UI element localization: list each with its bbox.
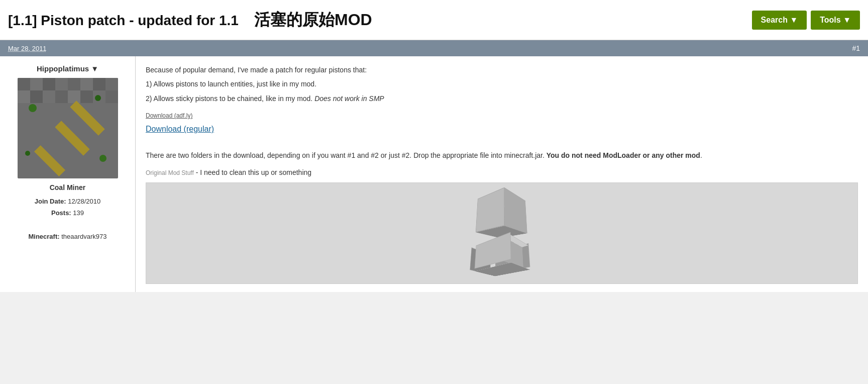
cube-container xyxy=(464,183,539,283)
download-small-link[interactable]: Download (adf.ly) xyxy=(146,111,192,121)
title-chinese: 活塞的原始MOD xyxy=(254,11,372,29)
date-link[interactable]: Mar 28, 2011 xyxy=(8,45,47,52)
post-line-2: 1) Allows pistons to launch entities, ju… xyxy=(146,78,858,89)
download-large-link[interactable]: Download (regular) xyxy=(146,123,214,136)
date-bar: Mar 28, 2011 #1 xyxy=(0,40,868,56)
title-english: [1.1] Piston patch - updated for 1.1 xyxy=(8,13,239,28)
paragraph-1-text: There are two folders in the download, d… xyxy=(146,151,545,159)
user-meta: Join Date: 12/28/2010 Posts: 139 Minecra… xyxy=(8,196,127,243)
paragraph-1-bold: You do not need ModLoader or any other m… xyxy=(547,151,700,159)
original-mod-label: Original Mod Stuff xyxy=(146,169,194,176)
posts-value: 139 xyxy=(73,209,84,217)
join-date-row: Join Date: 12/28/2010 xyxy=(8,196,127,207)
main-content: Hippoplatimus ▼ xyxy=(0,56,868,292)
cube-1 xyxy=(484,198,519,233)
original-mod-dash: - I need to clean this up or something xyxy=(194,168,311,176)
post-content: Because of popular demand, I've made a p… xyxy=(136,56,868,292)
sidebar: Hippoplatimus ▼ xyxy=(0,56,136,292)
username-dropdown-icon[interactable]: ▼ xyxy=(91,64,98,73)
username: Hippoplatimus ▼ xyxy=(8,64,127,73)
download-small-wrapper: Download (adf.ly) xyxy=(146,107,858,123)
avatar xyxy=(18,78,118,178)
post-line-1: Because of popular demand, I've made a p… xyxy=(146,64,858,75)
post-paragraph-1: There are two folders in the download, d… xyxy=(146,150,858,161)
page-header: [1.1] Piston patch - updated for 1.1 活塞的… xyxy=(0,0,868,40)
mod-section-title: Original Mod Stuff - I need to clean thi… xyxy=(146,167,858,178)
minecraft-label: Minecraft: xyxy=(28,233,59,240)
svg-rect-25 xyxy=(18,78,118,178)
minecraft-row: Minecraft: theaardvark973 xyxy=(8,231,127,242)
post-line-3-prefix: 2) Allows sticky pistons to be chained, … xyxy=(146,94,314,103)
join-date-value: 12/28/2010 xyxy=(68,198,100,205)
header-buttons: Search ▼ Tools ▼ xyxy=(752,11,860,30)
posts-row: Posts: 139 xyxy=(8,207,127,219)
user-rank: Coal Miner xyxy=(8,183,127,191)
download-large-wrapper: Download (regular) xyxy=(146,123,858,144)
post-number: #1 xyxy=(852,44,860,52)
join-date-label: Join Date: xyxy=(35,198,66,205)
cube-2 xyxy=(479,243,524,268)
paragraph-1-end: . xyxy=(700,151,702,159)
cube-1-shape xyxy=(489,195,517,235)
avatar-image xyxy=(18,78,118,178)
search-button[interactable]: Search ▼ xyxy=(752,11,807,30)
tools-button[interactable]: Tools ▼ xyxy=(811,11,860,30)
post-body: Because of popular demand, I've made a p… xyxy=(146,64,858,284)
minecraft-value: theaardvark973 xyxy=(61,233,106,240)
cube-2-shape xyxy=(486,238,522,271)
page-title: [1.1] Piston patch - updated for 1.1 活塞的… xyxy=(8,9,372,31)
image-area xyxy=(146,182,858,284)
post-line-3: 2) Allows sticky pistons to be chained, … xyxy=(146,93,858,104)
posts-label: Posts: xyxy=(51,209,71,217)
username-text: Hippoplatimus xyxy=(37,64,89,73)
post-line-3-italic: Does not work in SMP xyxy=(314,94,384,103)
cube-face-front xyxy=(476,187,504,232)
